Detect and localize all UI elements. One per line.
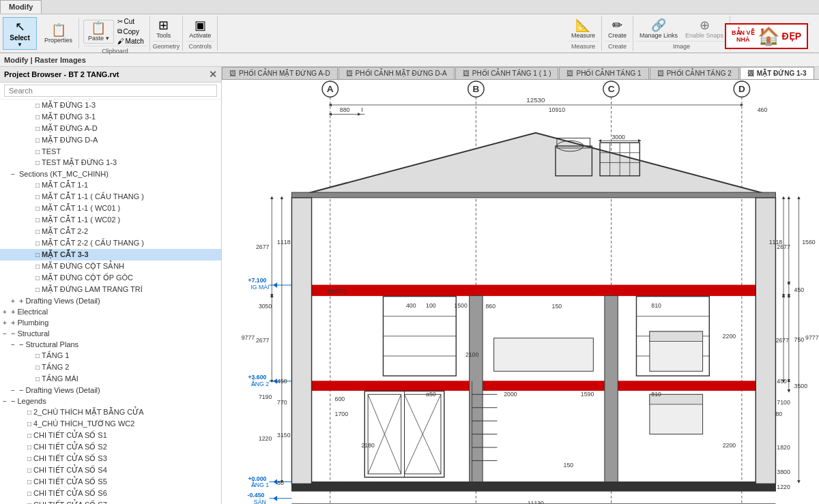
tree-item-plumbing[interactable]: ++ Plumbing bbox=[0, 317, 221, 328]
level-3600: +3.600 bbox=[248, 374, 266, 381]
match-button[interactable]: 🖌 Match bbox=[115, 37, 147, 46]
tree-file-icon: □ bbox=[27, 443, 31, 451]
tree-item-tang-2[interactable]: □TẦNG 2 bbox=[0, 361, 221, 373]
tree-item-mat-cat-1-1-ct[interactable]: □MẶT CẮT 1-1 ( CẦU THANG ) bbox=[0, 191, 221, 203]
tree-item-mat-dung-1-3[interactable]: □MẶT ĐỨNG 1-3 bbox=[0, 100, 221, 111]
create-group: ✏ Create Create bbox=[602, 16, 633, 51]
dim-right-floor-3: 3800 bbox=[777, 469, 790, 475]
tab-phoi-canh-mat-dung-d-a[interactable]: 🖼PHỐI CẢNH MẶT ĐỨNG D-A bbox=[339, 67, 455, 79]
tree-item-label: + Plumbing bbox=[11, 318, 48, 327]
tab-phoi-canh-tang-1[interactable]: 🖼PHỐI CẢNH TẦNG 1 bbox=[559, 67, 648, 79]
tree-item-structural-plans-header[interactable]: −− Structural Plans bbox=[0, 339, 221, 350]
tree-item-chi-tiet-cua-s6[interactable]: □CHI TIẾT CỬA SỐ S6 bbox=[0, 488, 221, 499]
tree-file-icon: □ bbox=[35, 159, 40, 166]
tree-item-chi-tiet-cua-s2[interactable]: □CHI TIẾT CỬA SỐ S2 bbox=[0, 441, 221, 453]
tree-item-mat-dung-d-a[interactable]: □MẶT ĐỨNG D-A bbox=[0, 134, 221, 146]
tab-phoi-canh-tang-1-1[interactable]: 🖼PHỐI CẢNH TẦNG 1 ( 1 ) bbox=[455, 67, 559, 79]
create-group-label: Create bbox=[605, 41, 630, 50]
manage-links-label: Manage Links bbox=[640, 32, 678, 39]
beam-1st-floor bbox=[291, 381, 775, 391]
copy-button[interactable]: ⧉ Copy bbox=[115, 27, 147, 36]
tab-mat-dung-1-3[interactable]: 🖼MẶT ĐỨNG 1-3 bbox=[740, 67, 814, 80]
paste-button[interactable]: 📋 Paste ▾ bbox=[83, 20, 114, 44]
activate-button[interactable]: ▣ Activate bbox=[186, 18, 214, 40]
tree-item-label: MẶT ĐỨNG 1-3 bbox=[42, 101, 96, 110]
ribbon-spacer bbox=[218, 16, 565, 51]
left-wall-outer bbox=[291, 198, 311, 484]
tree-item-label: CHI TIẾT CỬA SỐ S3 bbox=[33, 454, 107, 463]
tree-file-icon: □ bbox=[27, 478, 31, 486]
enable-snaps-button[interactable]: ⊕ Enable Snaps bbox=[682, 18, 727, 40]
tree-file-icon: □ bbox=[35, 136, 40, 144]
tree-item-mat-cat-1-1[interactable]: □MẶT CẮT 1-1 bbox=[0, 179, 221, 191]
tree-item-mat-cat-2-2[interactable]: □MẶT CẮT 2-2 bbox=[0, 226, 221, 237]
cut-button[interactable]: ✂ Cut bbox=[115, 17, 147, 26]
tree-item-test-mat-dung[interactable]: □TEST MẶT ĐỨNG 1-3 bbox=[0, 157, 221, 168]
tree-item-label: − Legends bbox=[11, 397, 46, 405]
door-1st-1590: 1590 bbox=[581, 391, 594, 398]
tree-item-legends-header[interactable]: −− Legends bbox=[0, 396, 221, 406]
tab-phoi-canh-tang-2[interactable]: 🖼PHỐI CẢNH TẦNG 2 bbox=[650, 67, 739, 79]
tree-item-label: MẶT ĐỨNG 3-1 bbox=[42, 113, 96, 121]
properties-button[interactable]: 📋 Properties bbox=[41, 17, 76, 50]
tree-item-tang-mai[interactable]: □TẦNG MÁI bbox=[0, 373, 221, 385]
tree-item-chi-tiet-cua-s5[interactable]: □CHI TIẾT CỬA SỐ S5 bbox=[0, 476, 221, 488]
tree-item-label: Sections (KT_MC_CHINH) bbox=[19, 170, 109, 178]
geometry-label: Tools bbox=[156, 32, 171, 39]
tree-item-tang-1[interactable]: □TẦNG 1 bbox=[0, 350, 221, 361]
search-input[interactable] bbox=[4, 85, 217, 97]
panel-title: Project Browser - BT 2 TANG.rvt bbox=[4, 70, 119, 78]
tree-item-drafting-views-2[interactable]: −− Drafting Views (Detail) bbox=[0, 385, 221, 396]
beam-2nd-floor bbox=[291, 285, 775, 296]
match-icon: 🖌 bbox=[117, 38, 124, 45]
tree-file-icon: □ bbox=[35, 286, 40, 293]
tree-file-icon: □ bbox=[35, 193, 40, 201]
tree-item-chi-tiet-cua-s4[interactable]: □CHI TIẾT CỬA SỐ S4 bbox=[0, 464, 221, 476]
tab-phoi-canh-mat-dung-a-d[interactable]: 🖼PHỐI CẢNH MẶT ĐỨNG A-D bbox=[222, 67, 338, 79]
tree-item-chi-tiet-cua-s7[interactable]: □CHI TIẾT CỬA SỐ S7 bbox=[0, 499, 221, 504]
logo-dep: ĐẸP bbox=[782, 31, 801, 42]
dim-1700: 1700 bbox=[335, 411, 349, 417]
tree-item-label: TẦNG 2 bbox=[42, 363, 69, 372]
panel-close-button[interactable]: ✕ bbox=[209, 69, 217, 80]
tree-item-mat-cat-1-1-wc02[interactable]: □MẶT CẮT 1-1 ( WC02 ) bbox=[0, 214, 221, 226]
tree-item-test[interactable]: □TEST bbox=[0, 146, 221, 157]
image-buttons: 🔗 Manage Links ⊕ Enable Snaps bbox=[636, 17, 727, 41]
tree-item-chi-tiet-cua-s3[interactable]: □CHI TIẾT CỬA SỐ S3 bbox=[0, 453, 221, 464]
measure-button[interactable]: 📐 Measure bbox=[568, 18, 599, 40]
tree-item-mat-cat-3-3[interactable]: □MẶT CẮT 3-3 bbox=[0, 249, 221, 261]
tree-item-mat-cat-2-2-ct[interactable]: □MẶT CẮT 2-2 ( CẦU THANG ) bbox=[0, 237, 221, 249]
tree-item-mat-dung-a-d[interactable]: □MẶT ĐỨNG A-D bbox=[0, 123, 221, 134]
dim-3000: 3000 bbox=[612, 134, 626, 140]
tab-label: PHỐI CẢNH TẦNG 1 ( 1 ) bbox=[472, 70, 551, 77]
copy-icon: ⧉ bbox=[117, 27, 122, 35]
tree-file-icon: □ bbox=[27, 490, 31, 497]
create-button[interactable]: ✏ Create bbox=[605, 18, 630, 40]
tree-item-electrical[interactable]: ++ Electrical bbox=[0, 306, 221, 317]
tree-item-mat-dung-cot-op-goc[interactable]: □MẶT ĐỨNG CỘT ỐP GÓC bbox=[0, 272, 221, 284]
tree-item-structural[interactable]: −− Structural bbox=[0, 328, 221, 339]
tree-item-sections-header[interactable]: −Sections (KT_MC_CHINH) bbox=[0, 168, 221, 179]
geometry-tools-button[interactable]: ⊞ Tools bbox=[153, 18, 175, 40]
tree-item-legend-1[interactable]: □2_CHÚ THÍCH MẶT BẰNG CỬA bbox=[0, 406, 221, 418]
tree-item-mat-cat-1-1-wc01[interactable]: □MẶT CẮT 1-1 ( WC01 ) bbox=[0, 203, 221, 214]
tree-item-mat-dung-cot-sanh[interactable]: □MẶT ĐỨNG CỘT SẢNH bbox=[0, 261, 221, 272]
tree-item-chi-tiet-cua-s1[interactable]: □CHI TIẾT CỬA SỐ S1 bbox=[0, 430, 221, 441]
select-button[interactable]: ↖ Select ▼ bbox=[3, 17, 37, 50]
tree-item-drafting-views-1[interactable]: ++ Drafting Views (Detail) bbox=[0, 295, 221, 306]
tree-file-icon: □ bbox=[35, 113, 40, 121]
ribbon-tab-modify[interactable]: Modify bbox=[0, 0, 42, 14]
tree-item-mat-dung-3-1[interactable]: □MẶT ĐỨNG 3-1 bbox=[0, 111, 221, 123]
tree-item-mat-dung-lam-trang-tri[interactable]: □MẶT ĐỨNG LAM TRANG TRÍ bbox=[0, 284, 221, 295]
dim-floor-ht-2: 7190 bbox=[259, 394, 272, 400]
manage-links-button[interactable]: 🔗 Manage Links bbox=[636, 18, 681, 40]
tree-item-label: CHI TIẾT CỬA SỐ S2 bbox=[33, 443, 107, 451]
tree-item-legend-2[interactable]: □4_CHÚ THÍCH_TƯỜNG WC2 bbox=[0, 418, 221, 430]
tree-item-label: MẶT CẮT 2-2 bbox=[42, 227, 88, 236]
tree-item-label: 2_CHÚ THÍCH MẶT BẰNG CỬA bbox=[33, 408, 144, 417]
tree-item-label: MẶT ĐỨNG D-A bbox=[42, 136, 98, 145]
dim-left-floor-1: 1220 bbox=[259, 435, 272, 442]
tree-item-label: − Drafting Views (Detail) bbox=[19, 386, 100, 394]
search-box bbox=[0, 83, 221, 100]
win-dim-100: 100 bbox=[426, 302, 436, 309]
